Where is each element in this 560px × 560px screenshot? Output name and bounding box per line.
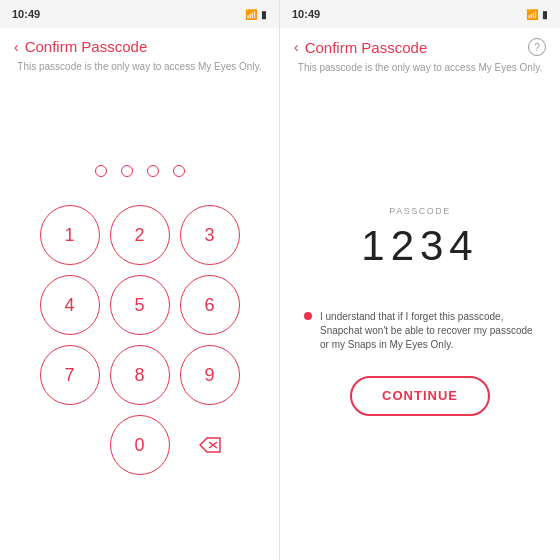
key-8[interactable]: 8 <box>110 345 170 405</box>
left-status-bar: 10:49 📶 ▮ <box>0 0 279 28</box>
right-status-bar: 10:49 📶 ▮ <box>280 0 560 28</box>
left-status-time: 10:49 <box>12 8 40 20</box>
dot-3 <box>147 165 159 177</box>
key-9[interactable]: 9 <box>180 345 240 405</box>
key-3[interactable]: 3 <box>180 205 240 265</box>
right-battery-icon: ▮ <box>542 9 548 20</box>
key-7[interactable]: 7 <box>40 345 100 405</box>
key-1[interactable]: 1 <box>40 205 100 265</box>
dot-2 <box>121 165 133 177</box>
left-back-button[interactable]: ‹ <box>14 39 19 55</box>
help-icon[interactable]: ? <box>528 38 546 56</box>
right-header: ‹ Confirm Passcode ? <box>280 28 560 62</box>
key-delete[interactable] <box>180 415 240 475</box>
right-phone-frame: 10:49 📶 ▮ ‹ Confirm Passcode ? This pass… <box>280 0 560 560</box>
right-back-button[interactable]: ‹ <box>294 39 299 55</box>
right-content: PASSCODE 1234 I understand that if I for… <box>280 81 560 560</box>
dot-1 <box>95 165 107 177</box>
key-2[interactable]: 2 <box>110 205 170 265</box>
key-4[interactable]: 4 <box>40 275 100 335</box>
left-subtitle: This passcode is the only way to access … <box>0 61 279 80</box>
key-6[interactable]: 6 <box>180 275 240 335</box>
left-battery-icon: ▮ <box>261 9 267 20</box>
disclaimer-dot <box>304 312 312 320</box>
key-5[interactable]: 5 <box>110 275 170 335</box>
left-header: ‹ Confirm Passcode <box>0 28 279 61</box>
right-subtitle: This passcode is the only way to access … <box>280 62 560 81</box>
passcode-dots <box>95 165 185 177</box>
passcode-value: 1234 <box>361 222 478 270</box>
left-phone-frame: 10:49 📶 ▮ ‹ Confirm Passcode This passco… <box>0 0 280 560</box>
disclaimer-section: I understand that if I forget this passc… <box>300 310 540 352</box>
left-wifi-icon: 📶 <box>245 9 257 20</box>
left-header-title: Confirm Passcode <box>25 38 148 55</box>
continue-button[interactable]: CONTINUE <box>350 376 490 416</box>
passcode-label: PASSCODE <box>389 206 450 216</box>
keypad-grid: 1 2 3 4 5 6 7 8 9 0 <box>40 205 240 475</box>
right-status-time: 10:49 <box>292 8 320 20</box>
key-0[interactable]: 0 <box>110 415 170 475</box>
right-header-title: Confirm Passcode <box>305 39 428 56</box>
left-keypad-container: 1 2 3 4 5 6 7 8 9 0 <box>0 80 279 560</box>
left-status-icons: 📶 ▮ <box>245 9 267 20</box>
disclaimer-text: I understand that if I forget this passc… <box>320 310 536 352</box>
right-status-icons: 📶 ▮ <box>526 9 548 20</box>
dot-4 <box>173 165 185 177</box>
right-wifi-icon: 📶 <box>526 9 538 20</box>
